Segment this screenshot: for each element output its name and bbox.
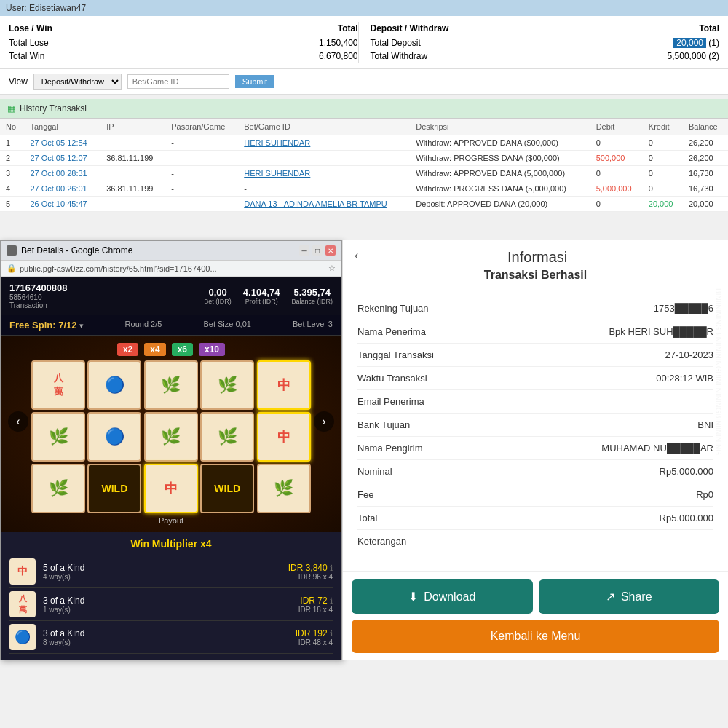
trans-footer: ⬇ Download ↗ Share Kembali ke Menu	[343, 571, 728, 660]
col-ip: IP	[100, 119, 165, 135]
trans-field-row: Nama Pengirim MUHAMAD NU█████AR	[357, 437, 713, 460]
trans-field-key: Tanggal Transaksi	[357, 349, 434, 360]
cell-deskripsi: Withdraw: APPROVED DANA ($00,000)	[410, 135, 590, 151]
cell-no: 4	[0, 181, 24, 197]
lose-win-title: Lose / Win	[9, 23, 52, 33]
address-text: public.pgf-asw0zz.com/history/65.html?si…	[20, 264, 325, 273]
trans-field-value: Rp5.000.000	[660, 466, 713, 477]
col-no: No	[0, 119, 24, 135]
share-icon: ↗	[606, 590, 615, 604]
profit-value: 4.104,74	[243, 287, 280, 298]
cell-bet-id[interactable]: DANA 13 - ADINDA AMELIA BR TAMPU	[238, 197, 410, 212]
bet-stat: 0,00 Bet (IDR)	[204, 287, 232, 305]
trans-field-key: Rekening Tujuan	[357, 303, 429, 314]
withdraw-value: 5,500,000	[668, 51, 706, 61]
next-button[interactable]: ›	[314, 411, 334, 432]
win-name-3: 3 of a Kind	[43, 628, 288, 638]
win-sub-2: IDR 18 x 4	[298, 606, 333, 614]
maximize-button[interactable]: □	[312, 245, 323, 256]
trans-field-key: Nama Pengirim	[357, 443, 423, 454]
win-idr-1: IDR 3,840 ℹ	[288, 563, 333, 573]
trans-field-row: Nominal Rp5.000.000	[357, 460, 713, 483]
trans-field-value: 27-10-2023	[665, 349, 714, 360]
col-balance: Balance	[683, 119, 728, 135]
win-item-2: 八萬 3 of a Kind 1 way(s) IDR 72 ℹ IDR 18 …	[9, 588, 333, 621]
win-item-3: 🔵 3 of a Kind 8 way(s) IDR 192 ℹ IDR 48 …	[9, 621, 333, 654]
trans-field-value: MUHAMAD NU█████AR	[601, 443, 713, 454]
history-section: ▦ History Transaksi No Tanggal IP Pasara…	[0, 99, 728, 212]
total-win-value: 6,670,800	[319, 51, 357, 61]
trans-title: Informasi	[355, 249, 716, 266]
win-desc-3: 3 of a Kind 8 way(s)	[43, 628, 288, 646]
back-button[interactable]: ‹	[355, 249, 358, 262]
cell-deskripsi: Withdraw: PROGRESS DANA ($00,000)	[410, 151, 590, 166]
trans-field-row: Nama Penerima Bpk HERI SUH█████R	[357, 320, 713, 344]
trans-field-key: Fee	[357, 489, 373, 500]
mult-x10: x10	[199, 343, 225, 356]
game-content: 17167400808 58564610 Transaction 0,00 Be…	[1, 277, 341, 660]
titlebar-left: Bet Details - Google Chrome	[7, 245, 132, 256]
submit-button[interactable]: Submit	[235, 75, 274, 88]
close-button[interactable]: ✕	[325, 245, 336, 256]
win-desc-2: 3 of a Kind 1 way(s)	[43, 596, 291, 614]
slot-cell: 八萬	[31, 360, 85, 410]
cell-no: 1	[0, 135, 24, 151]
chrome-controls[interactable]: ─ □ ✕	[299, 245, 336, 256]
slot-cell: 🌿	[200, 412, 254, 462]
trans-field-row: Total Rp5.000.000	[357, 507, 713, 530]
view-label: View	[9, 76, 28, 87]
col-debit: Debit	[590, 119, 643, 135]
win-desc-1: 5 of a Kind 4 way(s)	[43, 563, 281, 581]
view-select[interactable]: Deposit/Withdraw	[33, 74, 122, 90]
game-stats: 0,00 Bet (IDR) 4.104,74 Profit (IDR) 5.3…	[204, 287, 333, 305]
trans-field-value: 00:28:12 WIB	[656, 373, 713, 384]
download-button[interactable]: ⬇ Download	[352, 579, 533, 614]
cell-deskripsi: Deposit: APPROVED DANA (20,000)	[410, 197, 590, 212]
col-bet-id: Bet/Game ID	[238, 119, 410, 135]
win-ways-3: 8 way(s)	[43, 638, 288, 646]
slot-cell: 中	[144, 464, 198, 513]
win-amount-1: IDR 3,840 ℹ IDR 96 x 4	[288, 563, 333, 581]
deposit-withdraw-total: Total	[699, 23, 719, 33]
bet-game-id-input[interactable]	[127, 74, 229, 89]
slot-cell: 🌿	[200, 360, 254, 410]
slot-cell-wild: WILD	[87, 464, 141, 513]
slot-grid: 八萬 🔵 🌿 🌿 中 🌿 🔵 🌿 🌿 中 🌿 WILD	[31, 360, 311, 513]
col-tanggal: Tanggal	[24, 119, 100, 135]
bet-size-label: Bet Size 0,01	[203, 320, 250, 331]
cell-deskripsi: Withdraw: APPROVED DANA (5,000,000)	[410, 166, 590, 181]
cell-bet-id[interactable]: HERI SUHENDAR	[238, 135, 410, 151]
info-icon-1: ℹ	[330, 563, 333, 572]
cell-ip	[100, 135, 165, 151]
trans-field-key: Total	[357, 513, 377, 523]
back-menu-button[interactable]: Kembali ke Menu	[352, 620, 719, 653]
cell-no: 5	[0, 197, 24, 212]
win-idr-3: IDR 192 ℹ	[296, 628, 333, 638]
trans-field-key: Nama Penerima	[357, 326, 426, 337]
trans-field-value: Rp5.000.000	[660, 513, 713, 523]
share-button[interactable]: ↗ Share	[539, 579, 720, 614]
trans-field-row: Bank Tujuan BNI	[357, 414, 713, 437]
info-icon-2: ℹ	[330, 596, 333, 605]
slot-cell: 🌿	[144, 360, 198, 410]
win-item-1: 中 5 of a Kind 4 way(s) IDR 3,840 ℹ IDR 9…	[9, 555, 333, 588]
cell-bet-id[interactable]: HERI SUHENDAR	[238, 166, 410, 181]
cell-kredit: 0	[643, 181, 683, 197]
cell-pasaran: -	[165, 135, 238, 151]
game-header: 17167400808 58564610 Transaction 0,00 Be…	[1, 277, 341, 315]
transaction-panel: ‹ Informasi Transaksi Berhasil BINIININI…	[342, 240, 728, 660]
chrome-favicon	[7, 245, 17, 256]
history-icon: ▦	[7, 103, 15, 114]
wild-text: WILD	[214, 483, 240, 494]
win-section: Win Multiplier x4 中 5 of a Kind 4 way(s)…	[1, 532, 341, 660]
lock-icon: 🔒	[7, 264, 17, 273]
win-amount-3: IDR 192 ℹ IDR 48 x 4	[296, 628, 333, 646]
win-sub-1: IDR 96 x 4	[288, 573, 333, 581]
trans-field-value: 1753█████6	[654, 303, 713, 314]
minimize-button[interactable]: ─	[299, 245, 309, 256]
bet-value: 0,00	[204, 287, 232, 298]
deposit-value-highlight: 20,000	[673, 38, 706, 48]
slot-multipliers: x2 x4 x6 x10	[8, 343, 334, 356]
trans-header: ‹ Informasi Transaksi Berhasil	[343, 240, 728, 288]
prev-button[interactable]: ‹	[8, 411, 28, 432]
